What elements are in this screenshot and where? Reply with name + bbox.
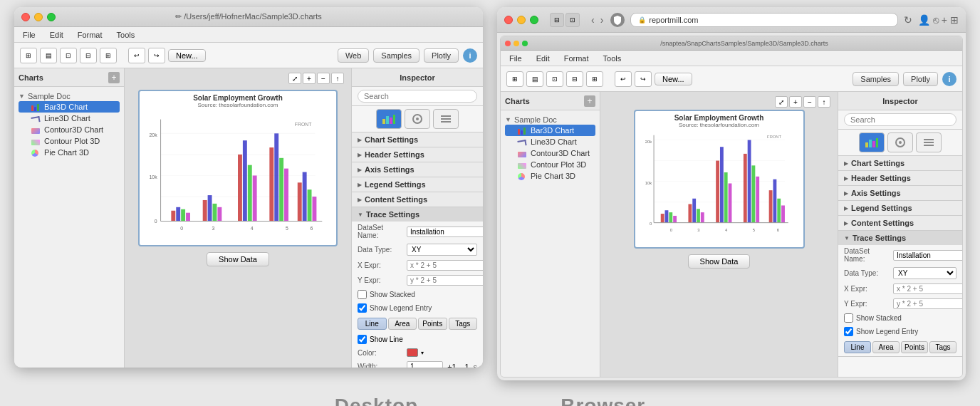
refresh-button[interactable]: ↻ bbox=[904, 14, 912, 26]
inner-minimize[interactable] bbox=[514, 41, 519, 46]
sidebar-item-contourplot[interactable]: Contour Plot 3D bbox=[19, 135, 120, 147]
zoom-out-button[interactable]: − bbox=[317, 73, 330, 84]
show-line-checkbox[interactable] bbox=[358, 335, 367, 344]
toolbar-btn-2[interactable]: ▤ bbox=[40, 48, 57, 63]
browser-zoom-actual[interactable]: ↑ bbox=[818, 96, 830, 108]
browser-toolbar-btn-5[interactable]: ⊞ bbox=[586, 71, 603, 87]
web-button[interactable]: Web bbox=[338, 48, 369, 63]
zoom-actual-button[interactable]: ↑ bbox=[331, 73, 344, 84]
browser-sub-tab-line[interactable]: Line bbox=[844, 341, 871, 353]
legend-settings-header[interactable]: ▶ Legend Settings bbox=[352, 177, 483, 192]
menu-tools[interactable]: Tools bbox=[114, 31, 138, 39]
maximize-button[interactable] bbox=[47, 13, 56, 21]
sub-tab-area[interactable]: Area bbox=[388, 318, 417, 330]
plotly-button[interactable]: Plotly bbox=[424, 48, 459, 63]
browser-menu-edit[interactable]: Edit bbox=[533, 54, 553, 63]
browser-sidebar-item-contourplot[interactable]: Contour Plot 3D bbox=[505, 159, 595, 170]
dataset-name-input[interactable] bbox=[407, 227, 483, 237]
show-stacked-checkbox[interactable] bbox=[358, 290, 367, 299]
color-swatch[interactable] bbox=[407, 348, 418, 357]
browser-toolbar-btn-3[interactable]: ⊡ bbox=[546, 71, 563, 87]
browser-sidebar-item-contour3d[interactable]: Contour3D Chart bbox=[505, 147, 595, 159]
browser-sidebar-group-header[interactable]: ▼ Sample Doc bbox=[505, 115, 595, 125]
browser-close-button[interactable] bbox=[504, 16, 513, 24]
browser-menu-tools[interactable]: Tools bbox=[600, 54, 625, 63]
sub-tab-points[interactable]: Points bbox=[418, 318, 447, 330]
browser-new-button[interactable]: New... bbox=[655, 73, 692, 85]
browser-content-settings-header[interactable]: ▶ Content Settings bbox=[838, 216, 962, 230]
color-dropdown-arrow[interactable]: ▾ bbox=[421, 350, 424, 356]
show-data-button[interactable]: Show Data bbox=[207, 252, 269, 266]
samples-button[interactable]: Samples bbox=[373, 48, 419, 63]
browser-show-stacked-checkbox[interactable] bbox=[844, 313, 853, 323]
browser-inspector-tab-chart[interactable] bbox=[859, 132, 885, 152]
x-expr-input[interactable] bbox=[407, 260, 483, 271]
browser-inspector-tab-list[interactable] bbox=[916, 132, 942, 152]
browser-samples-button[interactable]: Samples bbox=[853, 72, 899, 86]
browser-minimize-button[interactable] bbox=[517, 16, 526, 24]
browser-chart-settings-header[interactable]: ▶ Chart Settings bbox=[838, 156, 962, 170]
browser-info-button[interactable]: i bbox=[942, 72, 956, 86]
menu-edit[interactable]: Edit bbox=[47, 31, 66, 39]
sub-tab-line[interactable]: Line bbox=[358, 318, 387, 330]
browser-inspector-search-input[interactable] bbox=[844, 113, 956, 126]
sidebar-add-button[interactable]: + bbox=[108, 72, 120, 83]
info-button[interactable]: i bbox=[463, 48, 477, 63]
close-button[interactable] bbox=[21, 13, 30, 21]
browser-sub-tab-tags[interactable]: Tags bbox=[929, 341, 956, 353]
header-settings-header[interactable]: ▶ Header Settings bbox=[352, 147, 483, 162]
inspector-tab-style[interactable] bbox=[405, 109, 430, 129]
sidebar-item-pie3d[interactable]: Pie Chart 3D bbox=[19, 147, 120, 158]
sub-tab-tags[interactable]: Tags bbox=[449, 318, 478, 330]
user-icon[interactable]: 👤 bbox=[918, 14, 930, 26]
menu-file[interactable]: File bbox=[20, 31, 38, 39]
browser-sub-tab-area[interactable]: Area bbox=[872, 341, 900, 353]
browser-toolbar-btn-2[interactable]: ▤ bbox=[526, 71, 543, 87]
toolbar-btn-4[interactable]: ⊟ bbox=[80, 48, 97, 63]
browser-dataset-name-input[interactable] bbox=[893, 250, 962, 261]
trace-settings-header[interactable]: ▼ Trace Settings bbox=[352, 207, 483, 222]
data-type-select[interactable]: XY bbox=[407, 244, 477, 256]
inspector-search-input[interactable] bbox=[358, 90, 477, 103]
browser-zoom-out[interactable]: − bbox=[803, 96, 816, 108]
nav-back-button[interactable]: ‹ bbox=[590, 14, 596, 26]
inner-maximize[interactable] bbox=[522, 41, 528, 46]
browser-zoom-in[interactable]: + bbox=[789, 96, 802, 108]
sidebar-group-header[interactable]: ▼ Sample Doc bbox=[19, 91, 120, 101]
sidebar-item-contour3d[interactable]: Contour3D Chart bbox=[19, 124, 120, 135]
browser-menu-format[interactable]: Format bbox=[561, 54, 592, 63]
minimize-button[interactable] bbox=[34, 13, 43, 21]
address-bar[interactable]: 🔒 reportmill.com bbox=[630, 13, 897, 27]
browser-menu-file[interactable]: File bbox=[506, 54, 525, 63]
new-tab-icon[interactable]: + bbox=[942, 14, 947, 26]
browser-toolbar-btn-7[interactable]: ↪ bbox=[635, 71, 652, 87]
browser-data-type-select[interactable]: XY bbox=[893, 267, 956, 279]
browser-plotly-button[interactable]: Plotly bbox=[903, 72, 938, 86]
sidebar-item-line3d[interactable]: Line3D Chart bbox=[19, 113, 120, 124]
browser-legend-settings-header[interactable]: ▶ Legend Settings bbox=[838, 201, 962, 215]
browser-sidebar-item-bar3d[interactable]: Bar3D Chart bbox=[505, 125, 595, 136]
browser-sidebar-item-line3d[interactable]: Line3D Chart bbox=[505, 136, 595, 147]
chart-settings-header[interactable]: ▶ Chart Settings bbox=[352, 132, 483, 147]
browser-maximize-button[interactable] bbox=[530, 16, 538, 24]
content-settings-header[interactable]: ▶ Content Settings bbox=[352, 192, 483, 207]
browser-inspector-tab-style[interactable] bbox=[887, 132, 913, 152]
browser-toolbar-btn-1[interactable]: ⊞ bbox=[506, 71, 523, 87]
menu-format[interactable]: Format bbox=[75, 31, 105, 39]
width-minus[interactable]: -1 bbox=[462, 363, 469, 368]
browser-header-settings-header[interactable]: ▶ Header Settings bbox=[838, 171, 962, 185]
share-icon[interactable]: ⎋ bbox=[933, 14, 939, 26]
browser-ctrl-1[interactable]: ⊟ bbox=[550, 13, 564, 27]
browser-show-legend-checkbox[interactable] bbox=[844, 327, 853, 336]
width-plus[interactable]: +1 bbox=[447, 363, 457, 368]
browser-axis-settings-header[interactable]: ▶ Axis Settings bbox=[838, 186, 962, 200]
sidebar-item-bar3d[interactable]: Bar3D Chart bbox=[19, 101, 120, 113]
browser-ctrl-2[interactable]: ⊡ bbox=[565, 13, 580, 27]
grid-icon[interactable]: ⊞ bbox=[950, 14, 959, 26]
axis-settings-header[interactable]: ▶ Axis Settings bbox=[352, 162, 483, 177]
show-legend-checkbox[interactable] bbox=[358, 303, 367, 313]
zoom-fit-button[interactable]: ⤢ bbox=[288, 73, 301, 84]
inspector-tab-chart[interactable] bbox=[376, 109, 402, 129]
browser-show-data-button[interactable]: Show Data bbox=[688, 254, 751, 269]
toolbar-btn-7[interactable]: ↪ bbox=[148, 48, 165, 63]
